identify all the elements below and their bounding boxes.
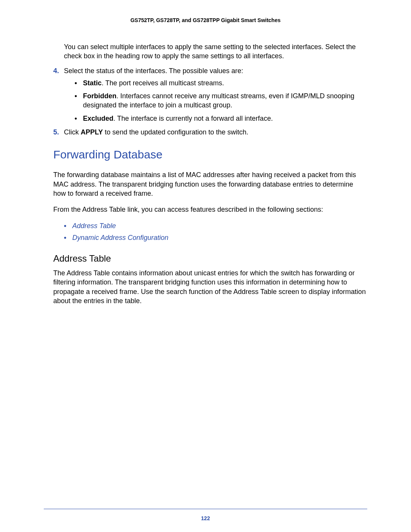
document-page: GS752TP, GS728TP, and GS728TPP Gigabit S… xyxy=(0,0,411,532)
bullet-forbidden: • Forbidden. Interfaces cannot receive a… xyxy=(75,91,367,110)
footer-divider xyxy=(44,509,367,509)
bullet-text: Static. The port receives all multicast … xyxy=(83,78,367,88)
link-dynamic-address-config[interactable]: • Dynamic Address Configuration xyxy=(64,233,367,243)
bullet-icon: • xyxy=(75,78,83,88)
bullet-text: Excluded. The interface is currently not… xyxy=(83,114,367,123)
bullet-text: Forbidden. Interfaces cannot receive any… xyxy=(83,91,367,110)
step-number: 5. xyxy=(53,128,64,137)
page-number: 122 xyxy=(0,515,411,521)
bullet-icon: • xyxy=(64,221,72,231)
section-heading-forwarding-database: Forwarding Database xyxy=(53,148,367,161)
link-text: Dynamic Address Configuration xyxy=(72,233,168,243)
bullet-excluded: • Excluded. The interface is currently n… xyxy=(75,114,367,123)
bullet-icon: • xyxy=(75,114,83,123)
link-address-table[interactable]: • Address Table xyxy=(64,221,367,231)
bullet-icon: • xyxy=(75,91,83,110)
fwd-db-paragraph-1: The forwarding database maintains a list… xyxy=(53,170,367,198)
link-text: Address Table xyxy=(72,221,116,231)
bullet-icon: • xyxy=(64,233,72,243)
bullet-static: • Static. The port receives all multicas… xyxy=(75,78,367,88)
intro-paragraph: You can select multiple interfaces to ap… xyxy=(64,42,367,61)
step-4: 4. Select the status of the interfaces. … xyxy=(53,66,367,75)
page-content: You can select multiple interfaces to ap… xyxy=(44,42,367,305)
step-text: Click APPLY to send the updated configur… xyxy=(64,128,367,137)
step-text: Select the status of the interfaces. The… xyxy=(64,66,367,75)
address-table-paragraph: The Address Table contains information a… xyxy=(53,268,367,305)
status-values-list: • Static. The port receives all multicas… xyxy=(75,78,367,123)
page-header: GS752TP, GS728TP, and GS728TPP Gigabit S… xyxy=(44,17,367,23)
step-number: 4. xyxy=(53,66,64,75)
step-5: 5. Click APPLY to send the updated confi… xyxy=(53,128,367,137)
section-links: • Address Table • Dynamic Address Config… xyxy=(53,221,367,243)
fwd-db-paragraph-2: From the Address Table link, you can acc… xyxy=(53,205,367,214)
subsection-heading-address-table: Address Table xyxy=(53,253,367,264)
